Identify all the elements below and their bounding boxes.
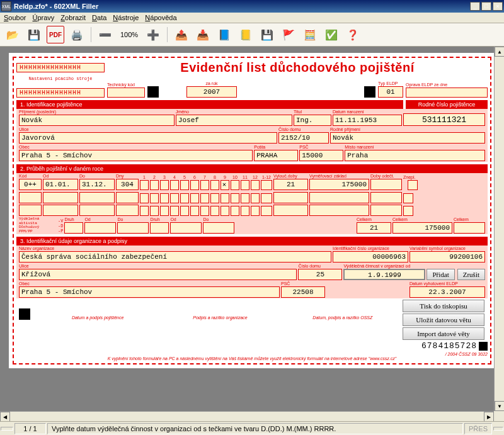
- form-export-icon[interactable]: 📤: [173, 26, 190, 43]
- form-help-icon[interactable]: ❓: [344, 26, 362, 43]
- zoom-level[interactable]: 100%: [118, 31, 140, 38]
- save-icon[interactable]: 💾: [25, 26, 43, 43]
- menu-soubor[interactable]: Soubor: [4, 14, 26, 21]
- menu-data[interactable]: Data: [92, 14, 106, 21]
- close-button[interactable]: ×: [493, 2, 503, 11]
- menu-napoveda[interactable]: Nápověda: [145, 14, 176, 21]
- form-check-icon[interactable]: ✅: [323, 26, 340, 43]
- menu-upravy[interactable]: Úpravy: [32, 14, 54, 21]
- form-save-icon[interactable]: 💾: [258, 26, 276, 43]
- form-flag-icon[interactable]: 🚩: [280, 26, 297, 43]
- maximize-button[interactable]: □: [481, 2, 491, 11]
- toolbar: 📂 💾 PDF 🖨️ ➖ 100% ➕ 📤 📥 📘 📒 💾 🚩 🧮 ✅ ❓: [0, 23, 504, 47]
- menu-nastroje[interactable]: Nástroje: [113, 14, 139, 21]
- menu-zobrazit[interactable]: Zobrazit: [60, 14, 86, 21]
- form-yellow-icon[interactable]: 📒: [237, 26, 255, 43]
- form-import-icon[interactable]: 📥: [194, 26, 212, 43]
- form-calc-icon[interactable]: 🧮: [301, 26, 319, 43]
- zoom-in-icon[interactable]: ➕: [144, 26, 162, 43]
- print-icon[interactable]: 🖨️: [68, 26, 86, 43]
- pdf-icon[interactable]: PDF: [47, 26, 64, 43]
- open-icon[interactable]: 📂: [4, 26, 21, 43]
- form-blue-icon[interactable]: 📘: [215, 26, 233, 43]
- app-icon: XML: [1, 1, 11, 11]
- menu-bar: Soubor Úpravy Zobrazit Data Nástroje Náp…: [0, 13, 504, 23]
- window-titlebar: XML Reldp.zfo* - 602XML Filler _ □ ×: [0, 0, 504, 13]
- window-title: Reldp.zfo* - 602XML Filler: [14, 3, 470, 10]
- zoom-out-icon[interactable]: ➖: [96, 26, 114, 43]
- minimize-button[interactable]: _: [470, 2, 480, 11]
